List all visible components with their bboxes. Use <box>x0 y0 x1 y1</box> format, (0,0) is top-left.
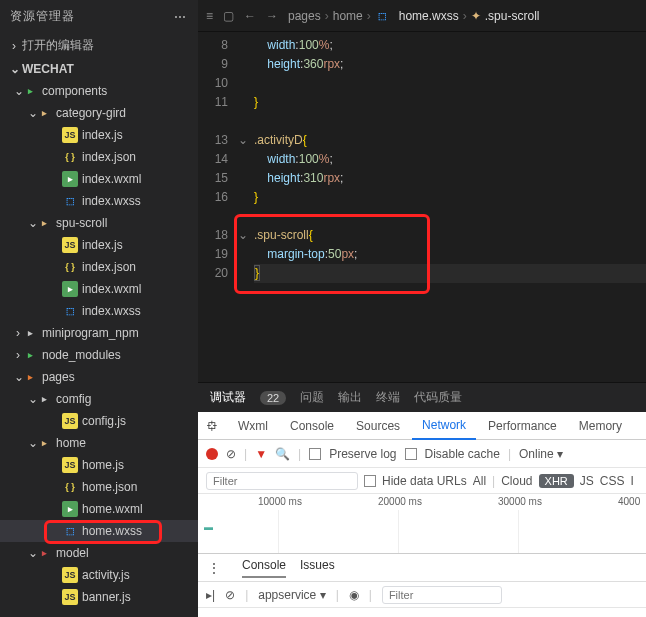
folder-miniprogram[interactable]: ›▸miniprogram_npm <box>0 322 198 344</box>
throttle-select[interactable]: Online ▾ <box>519 447 563 461</box>
more-icon[interactable]: ⋯ <box>174 10 188 24</box>
folder-model[interactable]: ⌄▸model <box>0 542 198 564</box>
folder-icon: ▸ <box>22 83 38 99</box>
context-select[interactable]: appservice ▾ <box>258 588 325 602</box>
type-chip[interactable]: All <box>473 474 486 488</box>
js-icon: JS <box>62 127 78 143</box>
inspect-icon[interactable]: ⯐ <box>198 419 226 433</box>
checkbox[interactable] <box>405 448 417 460</box>
checkbox[interactable] <box>309 448 321 460</box>
folder-icon: ▸ <box>36 391 52 407</box>
project-root[interactable]: ⌄WECHAT <box>0 58 198 80</box>
file-item[interactable]: JSindex.js <box>0 234 198 256</box>
debugger-count: 22 <box>260 391 286 405</box>
checkbox[interactable] <box>364 475 376 487</box>
console-filter[interactable] <box>382 586 502 604</box>
type-chip[interactable]: CSS <box>600 474 625 488</box>
filter-input[interactable] <box>206 472 358 490</box>
json-icon: { } <box>62 259 78 275</box>
folder-pages[interactable]: ⌄▸pages <box>0 366 198 388</box>
wxml-icon: ▸ <box>62 501 78 517</box>
folder-icon: ▸ <box>22 347 38 363</box>
folder-icon: ▸ <box>36 105 52 121</box>
network-waterfall[interactable]: 10000 ms 20000 ms 30000 ms 4000 ▬ <box>198 494 646 554</box>
file-item[interactable]: JSactivity.js <box>0 564 198 586</box>
file-item[interactable]: { }home.json <box>0 476 198 498</box>
clear-console-icon[interactable]: ⊘ <box>225 588 235 602</box>
console-sidebar-icon[interactable]: ▸| <box>206 588 215 602</box>
dt-tab[interactable]: Memory <box>569 413 632 439</box>
bookmark-icon[interactable]: ▢ <box>223 9 234 23</box>
tab-output[interactable]: 输出 <box>338 389 362 406</box>
file-item[interactable]: ⬚index.wxss <box>0 190 198 212</box>
js-icon: JS <box>62 589 78 605</box>
code-editor[interactable]: 891011 13141516 181920 ⌄ ⌄ width:100%; h… <box>198 32 646 382</box>
file-item-active[interactable]: ⬚home.wxss <box>0 520 198 542</box>
fold-column[interactable]: ⌄ ⌄ <box>238 32 254 382</box>
file-item[interactable]: ⬚index.wxss <box>0 300 198 322</box>
tab-quality[interactable]: 代码质量 <box>414 389 462 406</box>
opened-editors[interactable]: ›打开的编辑器 <box>0 33 198 58</box>
dt-tab[interactable]: Performance <box>478 413 567 439</box>
type-chip-active[interactable]: XHR <box>539 474 574 488</box>
folder-icon: ▸ <box>36 435 52 451</box>
tab-debugger[interactable]: 调试器 <box>210 389 246 406</box>
tab-problems[interactable]: 问题 <box>300 389 324 406</box>
folder-icon: ▸ <box>22 325 38 341</box>
menu-icon[interactable]: ≡ <box>206 9 213 23</box>
folder-spu-scroll[interactable]: ⌄▸spu-scroll <box>0 212 198 234</box>
js-icon: JS <box>62 457 78 473</box>
folder-icon: ▸ <box>36 545 52 561</box>
folder-home[interactable]: ⌄▸home <box>0 432 198 454</box>
file-item[interactable]: ▸home.wxml <box>0 498 198 520</box>
file-item[interactable]: { }index.json <box>0 146 198 168</box>
file-item[interactable]: JSconfig.js <box>0 410 198 432</box>
filter-icon[interactable]: ▼ <box>255 447 267 461</box>
forward-icon[interactable]: → <box>266 9 278 23</box>
folder-icon: ▸ <box>36 215 52 231</box>
type-chip[interactable]: I <box>630 474 633 488</box>
type-chip[interactable]: Cloud <box>501 474 532 488</box>
file-item[interactable]: JShome.js <box>0 454 198 476</box>
file-item[interactable]: { }index.json <box>0 256 198 278</box>
js-icon: JS <box>62 237 78 253</box>
file-item[interactable]: ▸index.wxml <box>0 278 198 300</box>
code-body[interactable]: width:100%; height:360rpx; } .activityD{… <box>254 32 646 382</box>
search-icon[interactable]: 🔍 <box>275 447 290 461</box>
request-bar[interactable]: ▬ <box>204 522 213 532</box>
type-chip[interactable]: JS <box>580 474 594 488</box>
file-item[interactable]: ▸index.wxml <box>0 168 198 190</box>
json-icon: { } <box>62 479 78 495</box>
folder-node-modules[interactable]: ›▸node_modules <box>0 344 198 366</box>
explorer-header: 资源管理器 ⋯ <box>0 0 198 33</box>
dt-tab[interactable]: Console <box>280 413 344 439</box>
dt-tab[interactable]: Wxml <box>228 413 278 439</box>
drawer-menu-icon[interactable]: ⋮ <box>198 561 230 575</box>
back-icon[interactable]: ← <box>244 9 256 23</box>
editor-topbar: ≡ ▢ ← → pages› home› ⬚home.wxss› ✦.spu-s… <box>198 0 646 32</box>
drawer-tab-console[interactable]: Console <box>242 558 286 578</box>
devtools-panel: ⯐ Wxml Console Sources Network Performan… <box>198 412 646 617</box>
line-gutter: 891011 13141516 181920 <box>198 32 238 382</box>
breadcrumb[interactable]: pages› home› ⬚home.wxss› ✦.spu-scroll <box>288 8 539 24</box>
js-icon: JS <box>62 567 78 583</box>
dt-tab-active[interactable]: Network <box>412 412 476 440</box>
folder-category-gird[interactable]: ⌄▸category-gird <box>0 102 198 124</box>
js-icon: JS <box>62 413 78 429</box>
wxml-icon: ▸ <box>62 171 78 187</box>
eye-icon[interactable]: ◉ <box>349 588 359 602</box>
file-item[interactable]: JSindex.js <box>0 124 198 146</box>
dt-tab[interactable]: Sources <box>346 413 410 439</box>
json-icon: { } <box>62 149 78 165</box>
tab-terminal[interactable]: 终端 <box>376 389 400 406</box>
folder-comfig[interactable]: ⌄▸comfig <box>0 388 198 410</box>
wxss-icon: ⬚ <box>62 303 78 319</box>
wxss-icon: ⬚ <box>62 523 78 539</box>
wxss-icon: ⬚ <box>375 8 391 24</box>
file-item[interactable]: JSbanner.js <box>0 586 198 608</box>
record-icon[interactable] <box>206 448 218 460</box>
folder-components[interactable]: ⌄▸components <box>0 80 198 102</box>
wxml-icon: ▸ <box>62 281 78 297</box>
clear-icon[interactable]: ⊘ <box>226 447 236 461</box>
drawer-tab-issues[interactable]: Issues <box>300 558 335 578</box>
